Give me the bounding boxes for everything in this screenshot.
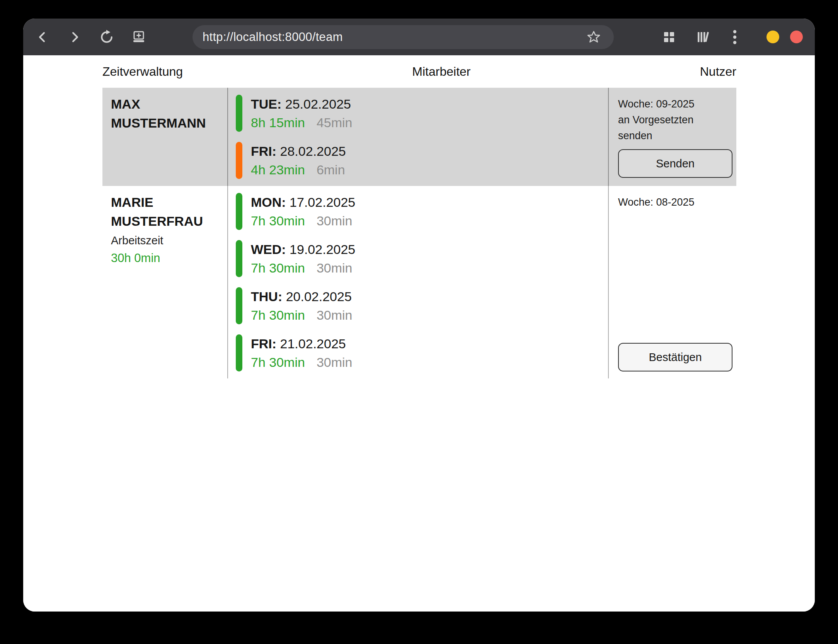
entry-status-bar [236,287,242,324]
bestaetigen-button[interactable]: Bestätigen [618,343,732,371]
team-table: MAX MUSTERMANN TUE: 25.02.2025 8h 15min4… [102,88,736,378]
time-entry: WED: 19.02.2025 7h 30min30min [236,240,608,277]
week-action-cell: Woche: 09-2025 an Vorgesetzten senden Se… [608,88,736,186]
top-navigation: Zeitverwaltung Mitarbeiter Nutzer [102,55,736,88]
reload-icon[interactable] [97,27,117,47]
entry-pause-time: 30min [317,355,353,370]
entry-work-time: 7h 30min [251,355,305,370]
apps-grid-icon[interactable] [659,27,679,47]
entry-day: FRI: [251,336,276,351]
forward-icon[interactable] [65,27,85,47]
entry-day: TUE: [251,97,281,111]
time-entries-cell: MON: 17.02.2025 7h 30min30min WED: 19.02… [227,186,608,378]
senden-button[interactable]: Senden [618,149,732,178]
table-row: MAX MUSTERMANN TUE: 25.02.2025 8h 15min4… [102,88,736,186]
url-bar[interactable]: http://localhost:8000/team [192,25,614,49]
week-label: Woche: 08-2025 [618,194,726,210]
entry-status-bar [236,193,242,230]
entry-date: 19.02.2025 [290,242,355,257]
nav-item-mitarbeiter[interactable]: Mitarbeiter [412,65,470,79]
entry-pause-time: 6min [317,162,345,177]
browser-window: http://localhost:8000/team [23,19,815,612]
entry-pause-time: 30min [317,261,353,275]
bookmark-star-icon[interactable] [584,27,604,47]
page-content: Zeitverwaltung Mitarbeiter Nutzer MAX MU… [23,55,815,612]
entry-work-time: 7h 30min [251,308,305,322]
time-entry: MON: 17.02.2025 7h 30min30min [236,193,608,230]
employee-name-cell: MAX MUSTERMANN [102,88,227,186]
entry-date: 20.02.2025 [286,289,352,304]
week-label: senden [618,128,726,144]
nav-item-zeitverwaltung[interactable]: Zeitverwaltung [102,65,183,79]
entry-pause-time: 45min [317,115,353,130]
employee-name-line: MUSTERFRAU [111,212,220,231]
entry-work-time: 7h 30min [251,213,305,228]
entry-date: 17.02.2025 [290,195,355,210]
employee-name-cell: MARIE MUSTERFRAU Arbeitszeit 30h 0min [102,186,227,378]
entry-status-bar [236,240,242,277]
entry-day: WED: [251,242,286,257]
employee-name-line: MAX [111,95,220,114]
worktime-label: Arbeitszeit [111,232,220,249]
library-icon[interactable] [693,27,713,47]
entry-date: 21.02.2025 [280,336,346,351]
week-label: an Vorgesetzten [618,112,726,128]
time-entry: FRI: 28.02.2025 4h 23min6min [236,142,608,179]
nav-item-nutzer[interactable]: Nutzer [700,65,736,79]
entry-day: FRI: [251,144,276,158]
time-entry: FRI: 21.02.2025 7h 30min30min [236,334,608,371]
close-window-button[interactable] [790,31,803,43]
entry-day: THU: [251,289,282,304]
time-entry: TUE: 25.02.2025 8h 15min45min [236,95,608,132]
minimize-window-button[interactable] [766,31,779,43]
entry-work-time: 8h 15min [251,115,305,130]
time-entries-cell: TUE: 25.02.2025 8h 15min45min FRI: 28.02… [227,88,608,186]
employee-name-line: MUSTERMANN [111,114,220,133]
entry-status-bar [236,95,242,132]
entry-status-bar [236,142,242,179]
entry-date: 25.02.2025 [285,97,351,111]
entry-work-time: 4h 23min [251,162,305,177]
entry-date: 28.02.2025 [280,144,346,158]
entry-status-bar [236,334,242,371]
entry-pause-time: 30min [317,213,353,228]
entry-day: MON: [251,195,286,210]
url-text: http://localhost:8000/team [203,30,343,44]
time-entry: THU: 20.02.2025 7h 30min30min [236,287,608,324]
week-label: Woche: 09-2025 [618,96,726,112]
install-app-icon[interactable] [129,27,149,47]
kebab-menu-icon[interactable] [725,27,745,47]
back-icon[interactable] [32,27,53,47]
week-action-cell: Woche: 08-2025 Bestätigen [608,186,736,378]
employee-name-line: MARIE [111,193,220,212]
entry-pause-time: 30min [317,308,353,322]
entry-work-time: 7h 30min [251,261,305,275]
table-row: MARIE MUSTERFRAU Arbeitszeit 30h 0min MO… [102,186,736,378]
browser-toolbar: http://localhost:8000/team [23,19,815,55]
worktime-total: 30h 0min [111,249,220,267]
